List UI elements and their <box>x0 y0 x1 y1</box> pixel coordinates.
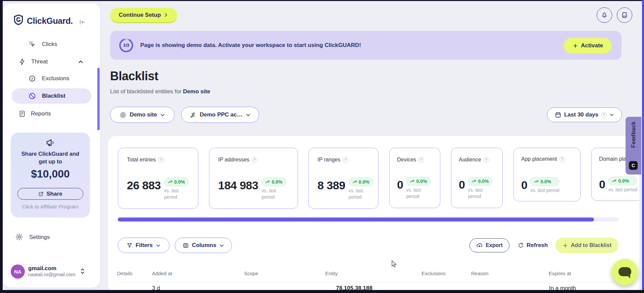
export-label: Export <box>486 242 503 248</box>
refresh-button[interactable]: Refresh <box>518 238 548 252</box>
trending-up-icon <box>472 179 476 184</box>
stat-card-audience: Audience? 0 0.0% vs. last period <box>451 148 503 208</box>
refresh-icon <box>518 242 524 248</box>
sidebar-item-settings[interactable]: Settings <box>3 232 100 244</box>
continue-setup-button[interactable]: Continue Setup <box>110 8 177 23</box>
columns-icon <box>183 242 189 249</box>
share-button-label: Share <box>46 191 62 197</box>
help-icon[interactable]: ? <box>343 157 348 163</box>
site-selector-value: Demo site <box>130 111 157 118</box>
external-link-icon <box>38 191 44 197</box>
avatar: NA <box>11 264 25 279</box>
window-right-scrollbar[interactable] <box>642 0 644 293</box>
sidebar-item-label: Clicks <box>42 41 57 48</box>
cards-scrollbar-thumb[interactable] <box>118 217 594 222</box>
stat-card-ip-ranges: IP ranges? 8 389 0.0% vs. last period <box>308 148 379 209</box>
feedback-tab[interactable]: Feedback C <box>626 117 641 175</box>
activate-button[interactable]: Activate <box>564 38 612 53</box>
column-header-exclusions: Exclusions <box>422 271 446 276</box>
page-title: Blacklist <box>110 69 158 83</box>
document-icon <box>18 110 26 117</box>
delta-caption: vs. last period <box>530 187 559 194</box>
collapse-sidebar-icon[interactable] <box>78 18 86 26</box>
sidebar-item-exclusions[interactable]: Exclusions <box>3 74 100 85</box>
filters-label: Filters <box>136 242 153 249</box>
stat-value: 26 883 <box>127 180 161 191</box>
sidebar-item-clicks[interactable]: Clicks <box>3 40 100 51</box>
help-icon[interactable]: ? <box>559 156 565 162</box>
add-to-blacklist-label: Add to Blacklist <box>571 242 611 248</box>
stat-label: Total entries <box>127 157 156 163</box>
window-bottom-edge <box>0 290 644 293</box>
trending-up-icon <box>534 179 539 184</box>
subtitle-site-name: Demo site <box>183 88 210 95</box>
ppc-account-selector[interactable]: Demo PPC ac… <box>181 107 259 123</box>
chat-launcher-button[interactable] <box>612 259 638 285</box>
sidebar-item-threat[interactable]: Threat <box>3 57 100 68</box>
user-email: naatali.ro@gmail.com <box>28 272 75 277</box>
progress-step: 1/3 <box>118 43 134 48</box>
bell-icon <box>601 11 608 19</box>
calendar-icon <box>555 111 561 118</box>
column-header-expires-at: Expires at <box>549 271 571 276</box>
help-icon[interactable]: ? <box>601 112 607 118</box>
docs-button[interactable] <box>617 7 632 23</box>
ppc-selector-value: Demo PPC ac… <box>200 111 243 118</box>
chevron-right-icon <box>163 12 168 17</box>
app-root: ClickGuard. Clicks Threat <box>0 0 644 293</box>
clickguard-logo-icon <box>13 14 23 25</box>
share-button[interactable]: Share <box>17 188 83 200</box>
chevron-up-icon[interactable] <box>78 59 84 65</box>
delta-caption: vs. last period <box>406 187 428 200</box>
funnel-icon <box>127 242 133 248</box>
help-icon[interactable]: ? <box>158 157 164 163</box>
ban-icon <box>29 92 36 100</box>
affiliate-promo-card[interactable]: Share ClickGuard and get up to $10,000 S… <box>11 133 90 217</box>
sidebar-item-reports[interactable]: Reports <box>3 109 100 120</box>
trending-up-icon <box>168 180 172 184</box>
trending-up-icon <box>612 179 616 183</box>
trending-up-icon <box>265 180 270 184</box>
lightning-icon <box>18 58 26 65</box>
stat-label: App placement <box>521 156 557 162</box>
sidebar-item-label: Settings <box>29 234 50 241</box>
delta-badge: 0.0% <box>468 177 492 186</box>
cursor-click-icon <box>29 41 36 48</box>
export-button[interactable]: Export <box>469 238 509 252</box>
user-account-menu[interactable]: NA gmail.com naatali.ro@gmail.com <box>3 262 100 282</box>
chevron-down-icon <box>246 112 251 117</box>
column-header-reason: Reason <box>471 271 489 276</box>
chevron-down-icon <box>156 243 161 248</box>
trending-up-icon <box>410 179 414 184</box>
sidebar-scrollbar[interactable] <box>97 68 100 130</box>
date-range-selector[interactable]: Last 30 days ? <box>547 107 622 122</box>
stat-value: 184 983 <box>218 180 258 191</box>
sidebar-item-blacklist[interactable]: Blacklist <box>12 88 91 104</box>
column-header-details: Details <box>117 271 133 276</box>
columns-button[interactable]: Columns <box>175 238 232 253</box>
chevron-up-down-icon <box>80 267 86 275</box>
clickguard-mark-icon: C <box>629 161 638 170</box>
delta-caption: vs. last period <box>468 187 489 200</box>
delta-badge: 0.0% <box>261 178 286 186</box>
site-selector[interactable]: Demo site <box>110 107 175 123</box>
columns-label: Columns <box>192 242 216 249</box>
book-icon <box>621 11 628 19</box>
promo-amount: $10,000 <box>11 168 90 180</box>
help-icon[interactable]: ? <box>252 157 257 163</box>
stat-value: 0 <box>599 179 605 190</box>
notifications-button[interactable] <box>597 7 612 23</box>
gear-icon <box>15 233 23 241</box>
table-header-divider <box>117 282 619 282</box>
delta-caption: vs. last period <box>164 188 186 200</box>
user-name: gmail.com <box>28 265 56 272</box>
plus-icon <box>573 43 578 49</box>
subtitle-text: List of blacklisted entities for <box>110 88 183 95</box>
filters-button[interactable]: Filters <box>118 238 169 253</box>
stat-label: IP addresses <box>218 157 249 163</box>
help-icon[interactable]: ? <box>418 157 424 163</box>
cloud-download-icon <box>476 242 483 249</box>
promo-text: Share ClickGuard and get up to <box>17 150 84 165</box>
help-icon[interactable]: ? <box>484 157 489 163</box>
add-to-blacklist-button[interactable]: Add to Blacklist <box>555 238 618 253</box>
